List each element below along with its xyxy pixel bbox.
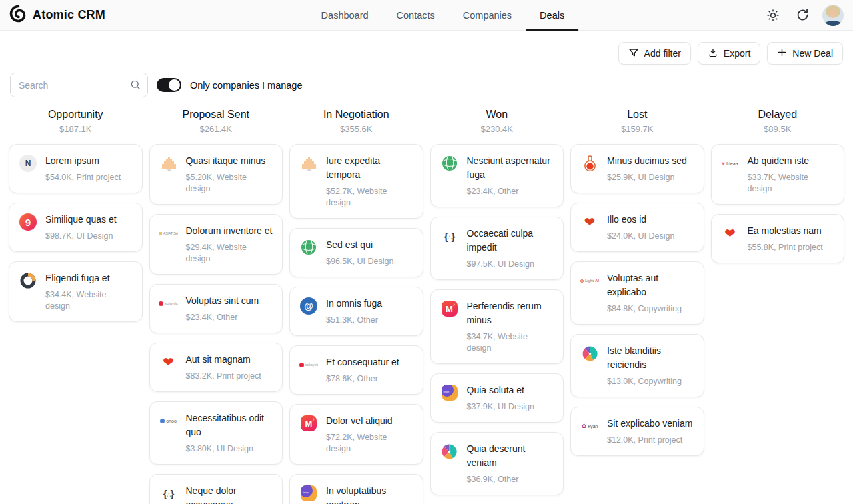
deal-title: Quia soluta et <box>467 383 534 397</box>
deal-card[interactable]: {∴} Neque dolor accusamus $96.3K, Print … <box>149 474 283 504</box>
deal-card[interactable]: Eligendi fuga et $34.4K, Website design <box>9 261 143 322</box>
deal-title: Dolorum inventore et <box>186 224 273 238</box>
deal-details: $98.7K, UI Design <box>45 231 117 242</box>
filter-funnel-icon <box>628 47 639 60</box>
ring-logo-icon <box>19 271 37 290</box>
nav-tab-deals[interactable]: Deals <box>526 0 578 31</box>
deal-title: Nesciunt aspernatur fuga <box>467 154 554 182</box>
svg-text:·TER·: ·TER· <box>165 169 171 172</box>
column-total: $159.7K <box>570 124 704 135</box>
deal-card[interactable]: @ In omnis fuga $51.3K, Other <box>289 287 423 336</box>
nav-tab-contacts[interactable]: Contacts <box>383 0 449 31</box>
deal-card[interactable]: ·TER· Iure expedita tempora $52.7K, Webs… <box>289 144 423 219</box>
deal-card[interactable]: ·TER· Quasi itaque minus $5.20K, Website… <box>149 144 283 205</box>
deal-card[interactable]: 9 Similique quas et $98.7K, UI Design <box>9 203 143 252</box>
deal-details: $5.20K, Website design <box>186 172 273 195</box>
deal-card[interactable]: ASIATISA Dolorum inventore et $29.4K, We… <box>149 214 283 275</box>
deal-title: Sit explicabo veniam <box>607 417 692 431</box>
nav-tab-companies[interactable]: Companies <box>449 0 526 31</box>
bars-logo-icon: ·TER· <box>299 154 318 173</box>
globe-logo-icon <box>440 154 459 173</box>
deal-details: $34.7K, Website design <box>467 331 554 354</box>
deal-details: $84.8K, Copywriting <box>607 303 694 315</box>
deal-card[interactable]: M♪ Perferendis rerum minus $34.7K, Websi… <box>430 289 564 364</box>
deal-details: $51.3K, Other <box>326 315 382 326</box>
deal-title: Necessitatibus odit quo <box>186 411 273 439</box>
kyan-logo-icon: ✿kyan <box>580 417 599 435</box>
deal-card[interactable]: solaytic Voluptas sint cum $23.4K, Other <box>149 284 283 333</box>
deal-card[interactable]: LightAI Voluptas aut explicabo $84.8K, C… <box>570 261 704 325</box>
deal-card[interactable]: Quia deserunt veniam $36.9K, Other <box>430 432 564 495</box>
add-filter-button[interactable]: Add filter <box>618 42 691 65</box>
brand: Atomic CRM <box>9 0 105 30</box>
search-input[interactable] <box>10 73 148 97</box>
deal-card[interactable]: Nesciunt aspernatur fuga $23.4K, Other <box>430 144 564 207</box>
column-total: $355.6K <box>289 124 423 135</box>
deal-card[interactable]: solaytic Et consequatur et $78.6K, Other <box>289 345 423 395</box>
deal-card[interactable]: Minus ducimus sed $25.9K, UI Design <box>570 144 704 193</box>
column-total: $261.4K <box>149 124 283 135</box>
deal-title: Lorem ipsum <box>45 154 121 168</box>
deal-details: $34.4K, Website design <box>45 289 133 312</box>
deal-title: Iure expedita tempora <box>326 154 413 182</box>
pinwheel-logo-icon <box>580 344 599 363</box>
deal-title: In omnis fuga <box>326 297 382 311</box>
deal-card[interactable]: {∴} Occaecati culpa impedit $97.5K, UI D… <box>430 217 564 280</box>
app-title: Atomic CRM <box>33 8 105 22</box>
deal-card[interactable]: Iste blanditiis reiciendis $13.0K, Copyw… <box>570 334 704 397</box>
deal-title: Quia deserunt veniam <box>467 442 554 470</box>
flask-logo-icon <box>580 154 599 173</box>
deal-card[interactable]: ❤ Illo eos id $24.0K, UI Design <box>570 203 704 252</box>
top-bar: Atomic CRM Dashboard Contacts Companies … <box>0 0 853 31</box>
deal-details: $54.0K, Print project <box>45 172 121 183</box>
theme-sun-icon[interactable] <box>764 6 782 25</box>
deal-card[interactable]: ♥Ideaa Ab quidem iste $33.7K, Website de… <box>711 144 845 205</box>
kanban-column-in-negotiation: In Negotiation $355.6K ·TER· Iure expedi… <box>289 104 423 504</box>
deal-card[interactable]: N Lorem ipsum $54.0K, Print project <box>9 144 143 193</box>
ideaa-logo-icon: ♥Ideaa <box>721 154 740 173</box>
heart-logo-icon: ❤ <box>721 224 740 243</box>
refresh-icon[interactable] <box>793 6 812 25</box>
deal-details: $72.2K, Website design <box>326 432 413 455</box>
deal-card[interactable]: M♪ Dolor vel aliquid $72.2K, Website des… <box>289 404 423 465</box>
column-title: Proposal Sent <box>149 108 283 121</box>
deal-details: $33.7K, Website design <box>748 172 835 195</box>
deal-title: Ab quidem iste <box>748 154 835 168</box>
deal-card[interactable]: krion Quia soluta et $37.9K, UI Design <box>430 373 564 423</box>
onoo-logo-icon: onoo <box>159 411 178 430</box>
svg-text:·TER·: ·TER· <box>305 169 311 172</box>
deal-title: Et consequatur et <box>326 355 399 369</box>
export-button[interactable]: Export <box>698 42 760 65</box>
nav-tab-dashboard[interactable]: Dashboard <box>307 0 383 31</box>
deal-details: $3.80K, UI Design <box>186 443 273 455</box>
deal-card[interactable]: krion In voluptatibus nostrum $4.30K, Pr… <box>289 474 423 504</box>
heart-logo-icon: ❤ <box>159 353 178 371</box>
letter-n-logo-icon: N <box>19 154 37 173</box>
deal-card[interactable]: ✿kyan Sit explicabo veniam $12.0K, Print… <box>570 407 704 456</box>
deal-title: Voluptas sint cum <box>186 294 259 308</box>
deal-details: $83.2K, Print project <box>186 371 261 382</box>
deal-card[interactable]: Sed est qui $96.5K, UI Design <box>289 228 423 277</box>
deal-details: $23.4K, Other <box>186 312 259 323</box>
new-deal-button[interactable]: New Deal <box>767 42 843 65</box>
deal-details: $96.5K, UI Design <box>326 256 393 267</box>
deal-details: $36.9K, Other <box>467 474 554 485</box>
deal-details: $24.0K, UI Design <box>607 231 674 242</box>
filter-row: Only companies I manage <box>10 73 853 97</box>
deal-card[interactable]: onoo Necessitatibus odit quo $3.80K, UI … <box>149 401 283 465</box>
only-companies-toggle[interactable] <box>157 78 181 92</box>
lightai-logo-icon: LightAI <box>580 271 599 290</box>
kanban-column-won: Won $230.4K Nesciunt aspernatur fuga $23… <box>430 104 564 504</box>
user-avatar[interactable] <box>822 5 844 26</box>
deal-title: Occaecati culpa impedit <box>467 227 554 255</box>
deal-title: Sed est qui <box>326 238 393 252</box>
at-logo-icon: @ <box>299 297 318 315</box>
deal-details: $78.6K, Other <box>326 373 399 385</box>
atomic-crm-logo-icon <box>9 5 27 25</box>
search-icon <box>129 79 141 93</box>
red-dot-logo-icon: solaytic <box>159 294 178 313</box>
bars-logo-icon: ·TER· <box>159 154 178 173</box>
column-title: In Negotiation <box>289 108 423 121</box>
deal-card[interactable]: ❤ Aut sit magnam $83.2K, Print project <box>149 343 283 392</box>
deal-card[interactable]: ❤ Ea molestias nam $55.8K, Print project <box>711 214 845 263</box>
